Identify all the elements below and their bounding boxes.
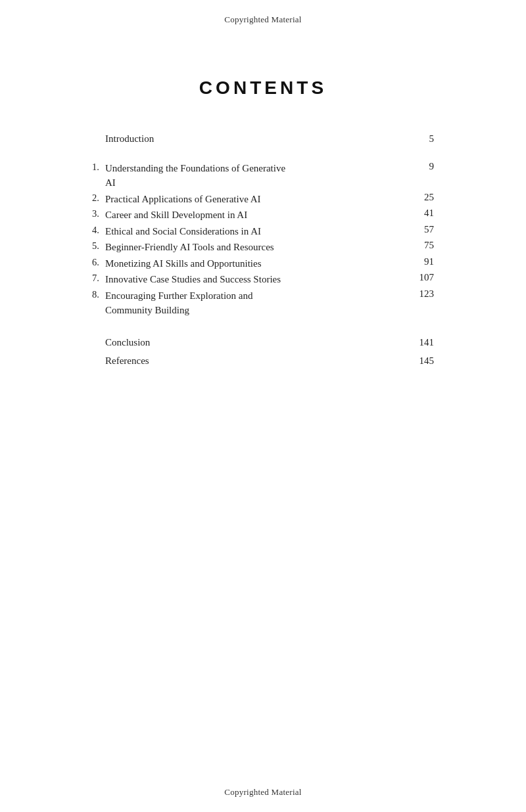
toc-chapter-1-left: 1. Understanding the Foundations of Gene… xyxy=(92,161,408,191)
toc-chapter-7-page: 107 xyxy=(408,272,434,283)
toc-conclusion-page: 141 xyxy=(408,337,434,348)
contents-title: CONTENTS xyxy=(92,78,434,99)
toc-chapter-8-label: Encouraging Further Exploration andCommu… xyxy=(105,288,253,318)
toc-chapter-5: 5. Beginner-Friendly AI Tools and Resour… xyxy=(92,240,434,255)
toc-conclusion-label: Conclusion xyxy=(105,335,150,350)
page-container: Copyrighted Material CONTENTS Introducti… xyxy=(0,0,526,812)
toc-chapter-6-left: 6. Monetizing AI Skills and Opportunitie… xyxy=(92,256,408,271)
toc-chapter-4-number: 4. xyxy=(92,224,105,236)
toc-chapter-1: 1. Understanding the Foundations of Gene… xyxy=(92,161,434,191)
toc-chapter-7: 7. Innovative Case Studies and Success S… xyxy=(92,272,434,287)
spacer-after-chapters xyxy=(92,319,434,331)
toc-chapter-6-label: Monetizing AI Skills and Opportunities xyxy=(105,256,262,271)
toc-chapter-2-label: Practical Applications of Generative AI xyxy=(105,192,261,207)
toc-chapter-8: 8. Encouraging Further Exploration andCo… xyxy=(92,288,434,318)
spacer-after-intro xyxy=(92,149,434,161)
toc-chapter-1-label: Understanding the Foundations of Generat… xyxy=(105,161,285,191)
toc-chapter-3-page: 41 xyxy=(408,208,434,219)
toc-chapter-8-number: 8. xyxy=(92,288,105,300)
toc-intro-label: Introduction xyxy=(105,131,154,147)
toc-chapter-8-page: 123 xyxy=(408,288,434,300)
toc-intro-entry: Introduction 5 xyxy=(92,131,434,147)
toc-section: Introduction 5 1. Understanding the Foun… xyxy=(92,131,434,369)
toc-chapter-1-number: 1. xyxy=(92,161,105,173)
toc-chapter-2: 2. Practical Applications of Generative … xyxy=(92,192,434,207)
toc-chapter-4-label: Ethical and Social Considerations in AI xyxy=(105,224,261,239)
toc-chapter-5-left: 5. Beginner-Friendly AI Tools and Resour… xyxy=(92,240,408,255)
toc-chapter-2-number: 2. xyxy=(92,192,105,204)
toc-chapter-8-left: 8. Encouraging Further Exploration andCo… xyxy=(92,288,408,318)
toc-chapter-6-page: 91 xyxy=(408,256,434,267)
toc-chapter-7-label: Innovative Case Studies and Success Stor… xyxy=(105,272,281,287)
copyright-bottom-text: Copyrighted Material xyxy=(224,787,301,797)
toc-references-label: References xyxy=(105,353,149,369)
toc-chapter-5-page: 75 xyxy=(408,240,434,251)
toc-chapter-4-page: 57 xyxy=(408,224,434,235)
copyright-bottom: Copyrighted Material xyxy=(0,787,526,812)
toc-references-entry: References 145 xyxy=(92,353,434,369)
toc-chapter-7-number: 7. xyxy=(92,272,105,284)
toc-chapter-3-left: 3. Career and Skill Development in AI xyxy=(92,208,408,223)
main-content: CONTENTS Introduction 5 1. Understanding… xyxy=(0,25,526,787)
toc-chapter-1-page: 9 xyxy=(408,161,434,172)
toc-chapter-2-page: 25 xyxy=(408,192,434,203)
copyright-top: Copyrighted Material xyxy=(0,0,526,25)
copyright-top-text: Copyrighted Material xyxy=(224,14,301,24)
toc-chapter-7-left: 7. Innovative Case Studies and Success S… xyxy=(92,272,408,287)
toc-chapter-5-number: 5. xyxy=(92,240,105,252)
toc-chapter-4: 4. Ethical and Social Considerations in … xyxy=(92,224,434,239)
toc-intro-page: 5 xyxy=(408,133,434,145)
toc-chapter-3-number: 3. xyxy=(92,208,105,219)
toc-conclusion-entry: Conclusion 141 xyxy=(92,335,434,350)
toc-references-page: 145 xyxy=(408,355,434,367)
toc-chapter-3-label: Career and Skill Development in AI xyxy=(105,208,247,223)
toc-chapter-2-left: 2. Practical Applications of Generative … xyxy=(92,192,408,207)
toc-chapter-4-left: 4. Ethical and Social Considerations in … xyxy=(92,224,408,239)
toc-chapter-5-label: Beginner-Friendly AI Tools and Resources xyxy=(105,240,274,255)
toc-chapter-3: 3. Career and Skill Development in AI 41 xyxy=(92,208,434,223)
toc-chapter-6-number: 6. xyxy=(92,256,105,268)
toc-chapter-6: 6. Monetizing AI Skills and Opportunitie… xyxy=(92,256,434,271)
